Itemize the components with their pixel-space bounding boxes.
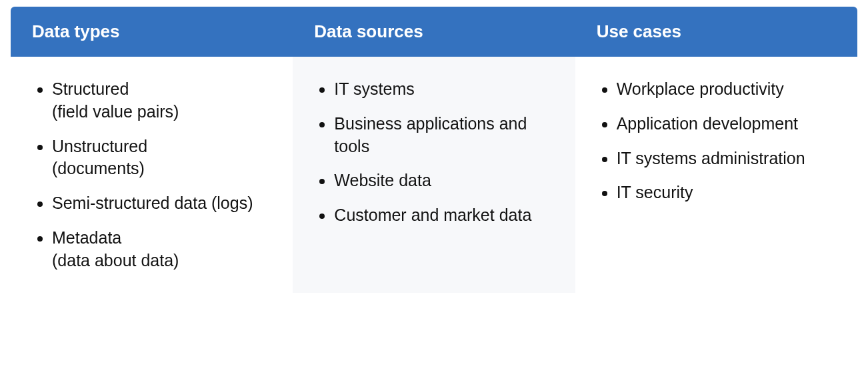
list-item-text: IT systems <box>334 79 414 98</box>
list-item: IT systems administration <box>617 147 833 170</box>
list-item: IT security <box>617 181 833 204</box>
list-item-text: Website data <box>334 171 431 189</box>
column-header-use-cases: Use cases <box>575 7 857 57</box>
column-body-data-types: Structured (field value pairs) Unstructu… <box>11 57 293 293</box>
list-use-cases: Workplace productivity Application devel… <box>599 78 833 204</box>
list-data-sources: IT systems Business applications and too… <box>317 78 551 227</box>
list-item: Structured (field value pairs) <box>52 78 269 123</box>
list-item: Website data <box>334 169 551 192</box>
list-item: Application development <box>617 113 833 135</box>
list-item-text: Unstructured <box>52 137 147 155</box>
list-item: Semi-structured data (logs) <box>52 192 269 215</box>
list-item-text: IT systems administration <box>617 149 805 167</box>
column-body-use-cases: Workplace productivity Application devel… <box>575 57 857 293</box>
list-item: Business applications and tools <box>334 113 551 158</box>
list-item-text: Metadata <box>52 228 121 247</box>
list-item-text: Workplace productivity <box>617 79 784 98</box>
list-item-text: Structured <box>52 79 129 98</box>
list-item-paren: (documents) <box>52 157 269 180</box>
data-table: Data types Data sources Use cases Struct… <box>11 7 857 293</box>
list-item: Unstructured (documents) <box>52 135 269 181</box>
list-item-text: Application development <box>617 114 798 133</box>
list-item: IT systems <box>334 78 551 101</box>
column-header-data-sources: Data sources <box>293 7 575 57</box>
list-item-paren: (field value pairs) <box>52 101 269 123</box>
list-data-types: Structured (field value pairs) Unstructu… <box>35 78 269 272</box>
list-item-text: Semi-structured data (logs) <box>52 193 253 212</box>
list-item-text: Business applications and tools <box>334 114 527 155</box>
column-body-data-sources: IT systems Business applications and too… <box>293 57 575 293</box>
table-header-row: Data types Data sources Use cases <box>11 7 857 57</box>
column-header-data-types: Data types <box>11 7 293 57</box>
table-body-row: Structured (field value pairs) Unstructu… <box>11 57 857 293</box>
list-item-text: IT security <box>617 183 693 202</box>
list-item-text: Customer and market data <box>334 206 531 224</box>
list-item: Metadata (data about data) <box>52 227 269 272</box>
list-item: Workplace productivity <box>617 78 833 101</box>
list-item: Customer and market data <box>334 204 551 227</box>
list-item-paren: (data about data) <box>52 250 269 272</box>
